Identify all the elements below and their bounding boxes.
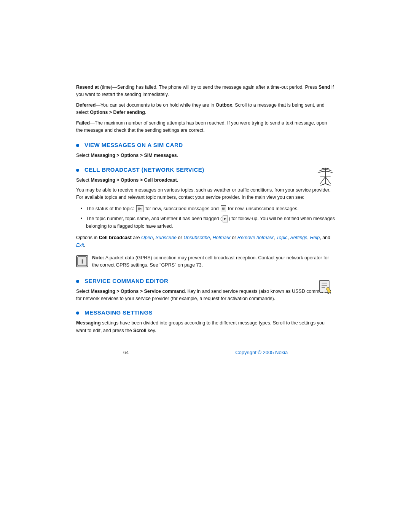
note-body: A packet data (GPRS) connection may prev… bbox=[92, 255, 329, 268]
svg-line-4 bbox=[320, 177, 325, 184]
messaging-bold: Messaging bbox=[76, 320, 101, 326]
view-messages-title: VIEW MESSAGES ON A SIM CARD bbox=[76, 142, 183, 148]
failed-label: Failed bbox=[76, 120, 90, 126]
svg-line-1 bbox=[320, 184, 325, 185]
deferred-para: Deferred—You can set documents to be on … bbox=[76, 102, 335, 117]
resend-para: Resend at (time)—Sending has failed. The… bbox=[76, 84, 335, 99]
messaging-settings-content: Messaging settings have been divided int… bbox=[76, 320, 335, 334]
service-cmd-content: Select Messaging > Options > Service com… bbox=[76, 288, 335, 303]
section-cell-broadcast-heading: CELL BROADCAST (NETWORK SERVICE) bbox=[76, 166, 335, 173]
note-icon: i bbox=[76, 255, 88, 267]
messaging-text2: key. bbox=[147, 328, 156, 333]
deferred-text3: . bbox=[145, 110, 146, 115]
messaging-settings-body: Messaging settings have been divided int… bbox=[76, 320, 335, 334]
resend-text: (time)—Sending has failed. The phone wil… bbox=[99, 85, 319, 90]
view-messages-content: Select Messaging > Options > SIM message… bbox=[76, 152, 335, 159]
section-view-messages-heading: VIEW MESSAGES ON A SIM CARD bbox=[76, 142, 335, 148]
svg-text:i: i bbox=[81, 258, 83, 265]
bullet-dot-3 bbox=[76, 280, 79, 283]
deferred-option: Options > Defer sending bbox=[90, 110, 145, 115]
option-remove-hotmark: Remove hotmark bbox=[237, 235, 274, 240]
messaging-settings-title: MESSAGING SETTINGS bbox=[76, 309, 153, 316]
page-number: 64 bbox=[123, 350, 129, 355]
failed-para: Failed—The maximum number of sending att… bbox=[76, 120, 335, 134]
note-label: Note: bbox=[92, 255, 104, 260]
notepad-icon bbox=[316, 278, 335, 297]
cell-broadcast-options: Options in Cell broadcast are Open, Subs… bbox=[76, 234, 335, 249]
service-cmd-title: SERVICE COMMAND EDITOR bbox=[76, 278, 168, 284]
bullet-dot-1 bbox=[76, 144, 79, 147]
svg-line-2 bbox=[325, 184, 331, 185]
failed-text: —The maximum number of sending attempts … bbox=[76, 120, 327, 133]
flag-icon: ▶ bbox=[223, 216, 228, 222]
option-topic: Topic bbox=[276, 235, 287, 240]
option-help: Help bbox=[310, 235, 320, 240]
option-exit: Exit bbox=[76, 243, 84, 248]
intro-block: Resend at (time)—Sending has failed. The… bbox=[76, 84, 335, 134]
resend-label: Resend at bbox=[76, 85, 99, 90]
scroll-bold: Scroll bbox=[133, 328, 147, 333]
deferred-text: —You can set documents to be on hold whi… bbox=[96, 102, 215, 108]
note-text: Note: A packet data (GPRS) connection ma… bbox=[92, 254, 335, 269]
cell-broadcast-title: CELL BROADCAST (NETWORK SERVICE) bbox=[76, 166, 204, 173]
messaging-text: settings have been divided into groups a… bbox=[76, 320, 325, 333]
bullet-dot-4 bbox=[76, 312, 79, 315]
note-symbol-icon: i bbox=[77, 256, 88, 267]
service-cmd-icon bbox=[316, 278, 335, 298]
bullet-item-1: The status of the topic: ▤✉ for new, sub… bbox=[81, 205, 335, 212]
resend-send: Send bbox=[319, 85, 330, 90]
cell-broadcast-content: Select Messaging > Options > Cell broadc… bbox=[76, 177, 335, 201]
option-hotmark: Hotmark bbox=[213, 235, 231, 240]
cell-broadcast-options-name: Cell broadcast bbox=[99, 235, 132, 240]
note-box: i Note: A packet data (GPRS) connection … bbox=[76, 253, 335, 271]
option-open: Open bbox=[141, 235, 153, 240]
footer: 64 Copyright © 2005 Nokia bbox=[76, 346, 335, 355]
option-unsubscribe: Unsubscribe bbox=[183, 235, 210, 240]
subscribed-icon: ▤✉ bbox=[136, 205, 143, 212]
new-icon: ▤ bbox=[221, 205, 226, 212]
option-subscribe: Subscribe bbox=[155, 235, 177, 240]
cell-broadcast-body: You may be able to receive messages on v… bbox=[76, 187, 335, 201]
cell-broadcast-bullet-list: The status of the topic: ▤✉ for new, sub… bbox=[76, 205, 335, 230]
section-messaging-settings-heading: MESSAGING SETTINGS bbox=[76, 309, 335, 316]
view-messages-instruction: Select Messaging > Options > SIM message… bbox=[76, 152, 335, 159]
svg-line-5 bbox=[325, 177, 331, 184]
bullet-item-2: The topic number, topic name, and whethe… bbox=[81, 215, 335, 230]
deferred-outbox: Outbox bbox=[215, 102, 232, 108]
cell-broadcast-icon bbox=[316, 166, 335, 187]
section-service-cmd-heading: SERVICE COMMAND EDITOR bbox=[76, 278, 335, 284]
bullet-dot-2 bbox=[76, 169, 79, 172]
cell-broadcast-instruction: Select Messaging > Options > Cell broadc… bbox=[76, 177, 335, 184]
service-cmd-instruction: Select Messaging > Options > Service com… bbox=[76, 288, 335, 303]
deferred-label: Deferred bbox=[76, 102, 96, 108]
content-area: Resend at (time)—Sending has failed. The… bbox=[76, 0, 335, 386]
antenna-icon bbox=[316, 166, 335, 185]
option-settings: Settings bbox=[290, 235, 307, 240]
copyright-text: Copyright © 2005 Nokia bbox=[235, 350, 288, 355]
page: Resend at (time)—Sending has failed. The… bbox=[0, 0, 411, 532]
